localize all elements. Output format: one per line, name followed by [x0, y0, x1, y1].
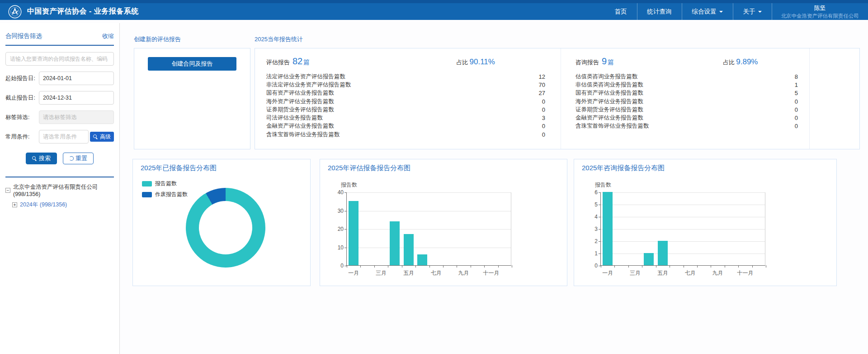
minus-box-icon[interactable]: − — [5, 188, 10, 193]
stat-row: 司法评估业务报告篇数3 — [266, 114, 545, 122]
x-tick-mark — [429, 265, 430, 268]
stat-row: 海外资产评估业务报告篇数0 — [266, 97, 545, 105]
user-company: 北京中金浩资产评估有限责任公司 — [781, 13, 859, 19]
y-tick-mark — [599, 217, 601, 217]
nav-item-home[interactable]: 首页 — [605, 3, 637, 20]
end-report-date-input[interactable] — [39, 91, 114, 105]
field-row-end-report-date: 截止报告日: — [5, 91, 114, 105]
stat-row: 法定评估业务资产评估报告篇数12 — [266, 72, 545, 81]
x-tick-label: 九月 — [712, 269, 723, 277]
x-tick-mark — [498, 265, 499, 268]
bar-plot-area: 0123456一月三月五月七月九月十一月 — [600, 192, 765, 266]
app-title: 中国资产评估协会 - 业务报备系统 — [27, 7, 139, 16]
search-icon — [93, 134, 98, 139]
stat-row-label: 证券期货业务评估报告篇数 — [576, 106, 643, 114]
stat-row-value: 0 — [542, 106, 545, 113]
field-row-common-condition: 常用条件:高级 — [5, 130, 114, 144]
y-tick-label: 2 — [594, 238, 598, 244]
ratio-label: 占比 — [457, 58, 468, 67]
yearly-stats-section: 2025当年报告统计 评估报告82篇占比90.11%法定评估业务资产评估报告篇数… — [255, 35, 860, 149]
search-icon — [32, 156, 37, 161]
nav-item-statistics-query[interactable]: 统计查询 — [637, 3, 682, 20]
y-tick-label: 10 — [338, 244, 344, 251]
stat-row: 非法定评估业务资产评估报告篇数70 — [266, 81, 545, 89]
stat-ratio: 占比90.11% — [457, 57, 495, 67]
reset-button[interactable]: 重置 — [63, 153, 94, 164]
stat-row-label: 非估值类咨询业务报告篇数 — [576, 81, 643, 89]
bar[interactable] — [644, 253, 654, 265]
stat-row-value: 0 — [795, 123, 798, 129]
nav-item-label: 统计查询 — [647, 8, 672, 16]
x-tick-mark — [711, 265, 711, 268]
stat-group-name: 评估报告 — [266, 58, 290, 67]
plus-box-icon[interactable]: + — [12, 202, 17, 207]
y-axis-title: 报告数 — [595, 181, 611, 189]
gridline — [601, 241, 765, 242]
keyword-search-input[interactable] — [5, 52, 114, 66]
search-button[interactable]: 搜索 — [26, 153, 57, 164]
create-contract-report-button[interactable]: 创建合同及报告 — [148, 57, 236, 71]
x-tick-mark — [628, 265, 629, 268]
y-tick-label: 40 — [338, 189, 344, 196]
user-block[interactable]: 陈坚 北京中金浩资产评估有限责任公司 — [772, 3, 868, 20]
bar[interactable] — [390, 221, 400, 265]
gridline — [347, 211, 511, 211]
y-tick-label: 30 — [338, 208, 344, 214]
y-axis-title: 报告数 — [341, 181, 357, 189]
stat-row-value: 27 — [539, 90, 545, 96]
tree-node-label: 北京中金浩资产评估有限责任公司(998/1356) — [13, 183, 114, 197]
bar[interactable] — [417, 254, 427, 265]
bar[interactable] — [349, 201, 359, 265]
tree-node[interactable]: +2024年 (998/1356) — [12, 201, 114, 209]
org-report-tree: −北京中金浩资产评估有限责任公司(998/1356)+2024年 (998/13… — [5, 183, 114, 209]
chart-title: 2025年咨询报备报告分布图 — [582, 164, 665, 172]
x-tick-mark — [697, 265, 698, 268]
stat-row-label: 估值类咨询业务报告篇数 — [576, 73, 638, 81]
stat-row: 金融资产评估业务报告篇数0 — [266, 122, 545, 130]
chevron-down-icon — [719, 11, 723, 14]
x-tick-mark — [738, 265, 739, 268]
y-tick-mark — [599, 205, 601, 205]
collapse-link[interactable]: 收缩 — [102, 32, 114, 40]
start-report-date-input[interactable] — [39, 72, 114, 85]
y-tick-label: 0 — [340, 263, 344, 269]
bar[interactable] — [603, 192, 613, 265]
gridline — [347, 192, 511, 193]
tag-filter-input — [39, 110, 114, 124]
bar[interactable] — [658, 241, 668, 265]
stat-row-label: 司法评估业务报告篇数 — [266, 114, 323, 122]
y-tick-mark — [599, 229, 601, 230]
chart-legend: 报告篇数作废报告篇数 — [142, 180, 188, 201]
stat-group-count: 82 — [292, 56, 302, 67]
stat-row-label: 非法定评估业务资产评估报告篇数 — [266, 81, 351, 89]
nav-menu: 首页统计查询综合设置关于 陈坚 北京中金浩资产评估有限责任公司 — [605, 3, 868, 20]
stat-row: 国有资产评估业务报告篇数5 — [576, 89, 798, 97]
filter-fields: 起始报告日:截止报告日:标签筛选:常用条件:高级 — [5, 72, 114, 144]
stat-row-label: 金融资产评估业务报告篇数 — [266, 122, 334, 130]
association-seal-icon — [8, 5, 22, 19]
advanced-label: 高级 — [100, 133, 111, 141]
ratio-value: 9.89% — [736, 57, 758, 67]
nav-item-general-settings[interactable]: 综合设置 — [682, 3, 733, 20]
x-tick-label: 七月 — [685, 269, 696, 277]
stat-group-header: 评估报告82篇占比90.11% — [266, 56, 545, 67]
stat-group-unit: 篇 — [608, 58, 614, 67]
tag-filter-label: 标签筛选: — [5, 114, 39, 121]
legend-label: 报告篇数 — [155, 180, 177, 187]
bar-plot-area: 010203040一月三月五月七月九月十一月 — [346, 192, 511, 266]
donut-hole — [199, 201, 252, 254]
yearly-stats-panel: 评估报告82篇占比90.11%法定评估业务资产评估报告篇数12非法定评估业务资产… — [255, 48, 860, 149]
gridline — [601, 217, 765, 217]
common-condition-input[interactable] — [39, 130, 89, 144]
legend-item[interactable]: 报告篇数 — [142, 180, 188, 187]
filed-reports-donut-chart-panel: 2025年已报备报告分布图 报告篇数作废报告篇数 — [132, 159, 311, 286]
legend-item[interactable]: 作废报告篇数 — [142, 191, 188, 198]
tree-node[interactable]: −北京中金浩资产评估有限责任公司(998/1356) — [5, 183, 114, 197]
filter-sidebar: 合同报告筛选 收缩 起始报告日:截止报告日:标签筛选:常用条件:高级 搜索 重置… — [0, 23, 120, 354]
bar[interactable] — [404, 234, 414, 265]
y-tick-label: 3 — [594, 226, 598, 232]
legend-swatch — [142, 192, 152, 197]
advanced-search-button[interactable]: 高级 — [90, 132, 114, 142]
nav-item-about[interactable]: 关于 — [733, 3, 772, 20]
stat-row-label: 金融资产评估业务报告篇数 — [576, 114, 643, 122]
